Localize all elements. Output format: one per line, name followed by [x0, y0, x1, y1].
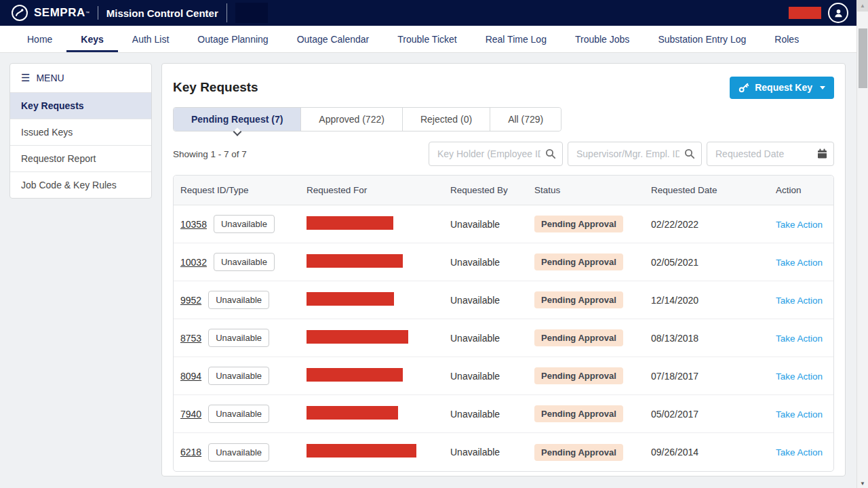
- request-id-cell: 8094 Unavailable: [180, 367, 307, 385]
- request-id-cell: 7940 Unavailable: [180, 405, 307, 423]
- status-cell: Pending Approval: [534, 291, 651, 308]
- nav-item[interactable]: Keys: [66, 26, 117, 52]
- sidebar-item[interactable]: Requestor Report: [10, 145, 151, 171]
- showing-count: Showing 1 - 7 of 7: [173, 149, 247, 159]
- sidebar-item[interactable]: Key Requests: [10, 92, 151, 119]
- request-id-link[interactable]: 10032: [180, 257, 207, 268]
- status-tab[interactable]: Pending Request (7): [174, 108, 300, 131]
- tab-label: Rejected (0): [420, 114, 472, 125]
- requested-date-cell: 09/26/2014: [651, 447, 776, 458]
- nav-item[interactable]: Substation Entry Log: [644, 26, 760, 52]
- requested-date-cell: 08/13/2018: [651, 333, 776, 344]
- type-badge: Unavailable: [208, 443, 269, 462]
- status-tab[interactable]: All (729): [490, 108, 561, 131]
- nav-item-label: Trouble Ticket: [397, 34, 456, 45]
- table-row: 8753 Unavailable Unavailable Pending App…: [174, 319, 833, 357]
- column-header: Status: [534, 185, 651, 195]
- supervisor-input[interactable]: [568, 142, 702, 166]
- nav-item[interactable]: Outage Planning: [183, 26, 282, 52]
- nav-item[interactable]: Real Time Log: [471, 26, 561, 52]
- brand-area: SEMPRA™ Mission Control Center: [11, 3, 268, 23]
- requested-date-filter: [707, 142, 834, 166]
- scrollbar-thumb[interactable]: [859, 28, 867, 88]
- active-tab-pointer: [233, 127, 241, 136]
- menu-label: MENU: [36, 73, 64, 83]
- scroll-down-arrow[interactable]: ▼: [857, 481, 868, 487]
- key-holder-filter: [429, 142, 563, 166]
- person-icon: [833, 8, 844, 18]
- request-id-link[interactable]: 7940: [180, 409, 201, 420]
- request-id-link[interactable]: 9952: [180, 295, 201, 306]
- type-badge: Unavailable: [214, 253, 275, 271]
- sidebar-item-label: Issued Keys: [21, 127, 73, 138]
- request-key-button[interactable]: Request Key: [730, 77, 834, 99]
- requested-for-cell: [307, 330, 450, 346]
- type-badge: Unavailable: [214, 215, 275, 233]
- request-id-link[interactable]: 8753: [180, 333, 201, 344]
- top-header: SEMPRA™ Mission Control Center: [0, 0, 856, 26]
- nav-item[interactable]: Auth List: [118, 26, 183, 52]
- nav-item[interactable]: Outage Calendar: [283, 26, 384, 52]
- request-id-link[interactable]: 6218: [180, 447, 201, 458]
- key-holder-input[interactable]: [429, 142, 563, 166]
- take-action-link[interactable]: Take Action: [776, 371, 823, 382]
- type-badge: Unavailable: [208, 367, 269, 385]
- requested-date-cell: 12/14/2020: [651, 295, 776, 306]
- scroll-up-arrow[interactable]: ▲: [857, 0, 868, 12]
- tab-label: Approved (722): [319, 114, 384, 125]
- page-scrollbar[interactable]: ▲ ▼: [856, 0, 868, 488]
- type-badge: Unavailable: [208, 405, 269, 423]
- requested-date-input[interactable]: [707, 142, 834, 166]
- nav-item[interactable]: Trouble Jobs: [561, 26, 644, 52]
- requested-by-cell: Unavailable: [450, 371, 534, 382]
- requested-date-cell: 02/05/2021: [651, 257, 776, 268]
- primary-nav: HomeKeysAuth ListOutage PlanningOutage C…: [0, 26, 856, 53]
- status-cell: Pending Approval: [534, 253, 651, 270]
- request-id-link[interactable]: 10358: [180, 219, 207, 230]
- take-action-link[interactable]: Take Action: [776, 447, 823, 458]
- status-cell: Pending Approval: [534, 444, 651, 461]
- requested-for-cell: [307, 292, 450, 308]
- action-cell: Take Action: [776, 218, 833, 230]
- filters: [429, 142, 834, 166]
- status-cell: Pending Approval: [534, 216, 651, 232]
- requested-date-cell: 07/18/2017: [651, 371, 776, 382]
- nav-item[interactable]: Roles: [760, 26, 813, 52]
- status-badge: Pending Approval: [534, 405, 623, 422]
- take-action-link[interactable]: Take Action: [776, 296, 823, 306]
- status-badge: Pending Approval: [534, 216, 623, 232]
- request-id-cell: 6218 Unavailable: [180, 443, 307, 462]
- sidebar-item[interactable]: Issued Keys: [10, 119, 151, 145]
- requested-for-cell: [307, 444, 450, 460]
- nav-item[interactable]: Trouble Ticket: [383, 26, 471, 52]
- brand-name: SEMPRA: [34, 6, 85, 20]
- requested-date-cell: 02/22/2022: [651, 219, 776, 230]
- take-action-link[interactable]: Take Action: [776, 258, 823, 268]
- redacted-requested-for: [307, 406, 398, 420]
- take-action-link[interactable]: Take Action: [776, 220, 823, 230]
- status-tab[interactable]: Rejected (0): [402, 108, 490, 131]
- app-title: Mission Control Center: [106, 7, 218, 19]
- take-action-link[interactable]: Take Action: [776, 409, 823, 420]
- redacted-header-item: [235, 3, 268, 23]
- status-cell: Pending Approval: [534, 367, 651, 384]
- sidebar-item[interactable]: Job Code & Key Rules: [10, 171, 151, 198]
- column-header: Requested Date: [651, 185, 776, 195]
- request-id-cell: 8753 Unavailable: [180, 329, 307, 347]
- redacted-requested-for: [307, 330, 408, 344]
- sidebar: ☰ MENU Key RequestsIssued KeysRequestor …: [9, 63, 152, 199]
- sidebar-menu-header[interactable]: ☰ MENU: [10, 64, 151, 92]
- request-id-link[interactable]: 8094: [180, 371, 201, 382]
- status-tab[interactable]: Approved (722): [300, 108, 402, 131]
- nav-item[interactable]: Home: [13, 26, 66, 52]
- status-tabs: Pending Request (7)Approved (722)Rejecte…: [173, 107, 561, 131]
- action-cell: Take Action: [776, 446, 833, 458]
- action-cell: Take Action: [776, 408, 833, 420]
- user-avatar-button[interactable]: [828, 3, 848, 23]
- redacted-username: [789, 7, 821, 19]
- page: SEMPRA™ Mission Control Center HomeKeysA…: [0, 0, 856, 488]
- take-action-link[interactable]: Take Action: [776, 333, 823, 344]
- requested-for-cell: [307, 406, 450, 422]
- nav-item-label: Outage Calendar: [297, 34, 370, 45]
- table-header-row: Request ID/TypeRequested ForRequested By…: [174, 176, 833, 205]
